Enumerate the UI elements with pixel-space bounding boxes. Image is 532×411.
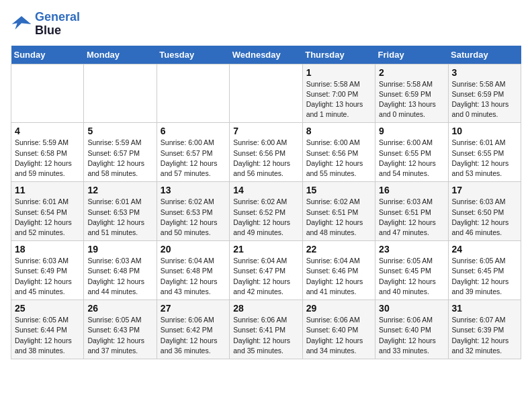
calendar-cell: 30Sunrise: 6:06 AM Sunset: 6:40 PM Dayli… xyxy=(375,300,448,359)
calendar-cell: 23Sunrise: 6:05 AM Sunset: 6:45 PM Dayli… xyxy=(375,241,448,300)
calendar-cell: 11Sunrise: 6:01 AM Sunset: 6:54 PM Dayli… xyxy=(11,182,84,241)
calendar-cell: 12Sunrise: 6:01 AM Sunset: 6:53 PM Dayli… xyxy=(84,182,157,241)
day-number: 27 xyxy=(161,303,226,314)
day-info: Sunrise: 6:04 AM Sunset: 6:48 PM Dayligh… xyxy=(161,256,226,297)
calendar-cell: 29Sunrise: 6:06 AM Sunset: 6:40 PM Dayli… xyxy=(302,300,375,359)
day-info: Sunrise: 6:07 AM Sunset: 6:39 PM Dayligh… xyxy=(452,315,517,356)
day-info: Sunrise: 6:04 AM Sunset: 6:46 PM Dayligh… xyxy=(306,256,371,297)
day-number: 12 xyxy=(87,185,152,195)
calendar-cell: 28Sunrise: 6:06 AM Sunset: 6:41 PM Dayli… xyxy=(230,300,302,359)
calendar-cell xyxy=(11,64,84,123)
day-number: 3 xyxy=(452,67,517,78)
calendar-cell: 21Sunrise: 6:04 AM Sunset: 6:47 PM Dayli… xyxy=(230,241,302,300)
logo-icon xyxy=(11,13,32,35)
day-number: 4 xyxy=(15,126,80,136)
weekday-header-monday: Monday xyxy=(84,46,157,64)
day-info: Sunrise: 6:05 AM Sunset: 6:43 PM Dayligh… xyxy=(87,315,152,356)
day-number: 21 xyxy=(233,244,298,255)
day-number: 5 xyxy=(87,126,152,136)
calendar-cell: 7Sunrise: 6:00 AM Sunset: 6:56 PM Daylig… xyxy=(230,123,302,182)
day-info: Sunrise: 5:59 AM Sunset: 6:57 PM Dayligh… xyxy=(87,138,152,179)
calendar-week-1: 1Sunrise: 5:58 AM Sunset: 7:00 PM Daylig… xyxy=(11,64,521,123)
calendar-cell: 20Sunrise: 6:04 AM Sunset: 6:48 PM Dayli… xyxy=(157,241,229,300)
day-number: 11 xyxy=(15,185,80,195)
day-info: Sunrise: 6:06 AM Sunset: 6:40 PM Dayligh… xyxy=(379,315,444,356)
calendar-cell: 5Sunrise: 5:59 AM Sunset: 6:57 PM Daylig… xyxy=(84,123,157,182)
day-info: Sunrise: 6:00 AM Sunset: 6:55 PM Dayligh… xyxy=(379,138,444,179)
day-number: 16 xyxy=(379,185,444,195)
day-number: 18 xyxy=(15,244,80,255)
day-number: 24 xyxy=(452,244,517,255)
day-info: Sunrise: 6:02 AM Sunset: 6:52 PM Dayligh… xyxy=(233,197,298,238)
calendar-cell: 1Sunrise: 5:58 AM Sunset: 7:00 PM Daylig… xyxy=(302,64,375,123)
weekday-header-friday: Friday xyxy=(375,46,448,64)
calendar-cell xyxy=(230,64,302,123)
day-info: Sunrise: 6:02 AM Sunset: 6:53 PM Dayligh… xyxy=(161,197,226,238)
calendar-week-5: 25Sunrise: 6:05 AM Sunset: 6:44 PM Dayli… xyxy=(11,300,521,359)
weekday-header-row: SundayMondayTuesdayWednesdayThursdayFrid… xyxy=(11,46,521,64)
day-info: Sunrise: 6:00 AM Sunset: 6:57 PM Dayligh… xyxy=(161,138,226,179)
day-info: Sunrise: 6:02 AM Sunset: 6:51 PM Dayligh… xyxy=(306,197,371,238)
calendar-cell: 17Sunrise: 6:03 AM Sunset: 6:50 PM Dayli… xyxy=(448,182,521,241)
day-info: Sunrise: 5:59 AM Sunset: 6:58 PM Dayligh… xyxy=(15,138,80,179)
calendar-week-2: 4Sunrise: 5:59 AM Sunset: 6:58 PM Daylig… xyxy=(11,123,521,182)
calendar-week-3: 11Sunrise: 6:01 AM Sunset: 6:54 PM Dayli… xyxy=(11,182,521,241)
day-number: 14 xyxy=(233,185,298,195)
day-info: Sunrise: 6:05 AM Sunset: 6:45 PM Dayligh… xyxy=(452,256,517,297)
calendar-cell: 14Sunrise: 6:02 AM Sunset: 6:52 PM Dayli… xyxy=(230,182,302,241)
day-number: 7 xyxy=(233,126,298,136)
day-info: Sunrise: 6:06 AM Sunset: 6:41 PM Dayligh… xyxy=(233,315,298,356)
calendar-cell: 15Sunrise: 6:02 AM Sunset: 6:51 PM Dayli… xyxy=(302,182,375,241)
day-info: Sunrise: 6:04 AM Sunset: 6:47 PM Dayligh… xyxy=(233,256,298,297)
day-number: 13 xyxy=(161,185,226,195)
logo-text: GeneralBlue xyxy=(35,11,80,38)
calendar-cell xyxy=(157,64,229,123)
day-info: Sunrise: 6:06 AM Sunset: 6:42 PM Dayligh… xyxy=(161,315,226,356)
calendar-cell: 31Sunrise: 6:07 AM Sunset: 6:39 PM Dayli… xyxy=(448,300,521,359)
calendar-cell: 9Sunrise: 6:00 AM Sunset: 6:55 PM Daylig… xyxy=(375,123,448,182)
day-info: Sunrise: 5:58 AM Sunset: 6:59 PM Dayligh… xyxy=(452,79,517,120)
day-info: Sunrise: 6:00 AM Sunset: 6:56 PM Dayligh… xyxy=(306,138,371,179)
day-number: 15 xyxy=(306,185,371,195)
day-number: 20 xyxy=(161,244,226,255)
day-number: 25 xyxy=(15,303,80,314)
calendar-body: 1Sunrise: 5:58 AM Sunset: 7:00 PM Daylig… xyxy=(11,64,521,359)
day-info: Sunrise: 6:01 AM Sunset: 6:55 PM Dayligh… xyxy=(452,138,517,179)
page-header: GeneralBlue xyxy=(11,11,521,38)
weekday-header-wednesday: Wednesday xyxy=(230,46,302,64)
calendar-table: SundayMondayTuesdayWednesdayThursdayFrid… xyxy=(11,46,521,359)
day-number: 30 xyxy=(379,303,444,314)
calendar-cell: 19Sunrise: 6:03 AM Sunset: 6:48 PM Dayli… xyxy=(84,241,157,300)
day-number: 6 xyxy=(161,126,226,136)
weekday-header-tuesday: Tuesday xyxy=(157,46,229,64)
day-number: 22 xyxy=(306,244,371,255)
day-number: 28 xyxy=(233,303,298,314)
calendar-cell: 24Sunrise: 6:05 AM Sunset: 6:45 PM Dayli… xyxy=(448,241,521,300)
day-info: Sunrise: 6:06 AM Sunset: 6:40 PM Dayligh… xyxy=(306,315,371,356)
weekday-header-sunday: Sunday xyxy=(11,46,84,64)
day-info: Sunrise: 5:58 AM Sunset: 6:59 PM Dayligh… xyxy=(379,79,444,120)
calendar-week-4: 18Sunrise: 6:03 AM Sunset: 6:49 PM Dayli… xyxy=(11,241,521,300)
calendar-cell: 22Sunrise: 6:04 AM Sunset: 6:46 PM Dayli… xyxy=(302,241,375,300)
calendar-cell: 13Sunrise: 6:02 AM Sunset: 6:53 PM Dayli… xyxy=(157,182,229,241)
day-info: Sunrise: 6:05 AM Sunset: 6:44 PM Dayligh… xyxy=(15,315,80,356)
calendar-cell: 10Sunrise: 6:01 AM Sunset: 6:55 PM Dayli… xyxy=(448,123,521,182)
day-number: 9 xyxy=(379,126,444,136)
day-number: 23 xyxy=(379,244,444,255)
day-info: Sunrise: 6:05 AM Sunset: 6:45 PM Dayligh… xyxy=(379,256,444,297)
day-number: 2 xyxy=(379,67,444,78)
day-number: 19 xyxy=(87,244,152,255)
calendar-cell: 3Sunrise: 5:58 AM Sunset: 6:59 PM Daylig… xyxy=(448,64,521,123)
day-number: 1 xyxy=(306,67,371,78)
calendar-cell: 26Sunrise: 6:05 AM Sunset: 6:43 PM Dayli… xyxy=(84,300,157,359)
day-info: Sunrise: 6:03 AM Sunset: 6:50 PM Dayligh… xyxy=(452,197,517,238)
calendar-cell: 27Sunrise: 6:06 AM Sunset: 6:42 PM Dayli… xyxy=(157,300,229,359)
calendar-cell: 8Sunrise: 6:00 AM Sunset: 6:56 PM Daylig… xyxy=(302,123,375,182)
weekday-header-thursday: Thursday xyxy=(302,46,375,64)
day-info: Sunrise: 6:00 AM Sunset: 6:56 PM Dayligh… xyxy=(233,138,298,179)
calendar-cell: 4Sunrise: 5:59 AM Sunset: 6:58 PM Daylig… xyxy=(11,123,84,182)
calendar-cell: 18Sunrise: 6:03 AM Sunset: 6:49 PM Dayli… xyxy=(11,241,84,300)
day-number: 31 xyxy=(452,303,517,314)
weekday-header-saturday: Saturday xyxy=(448,46,521,64)
day-number: 29 xyxy=(306,303,371,314)
